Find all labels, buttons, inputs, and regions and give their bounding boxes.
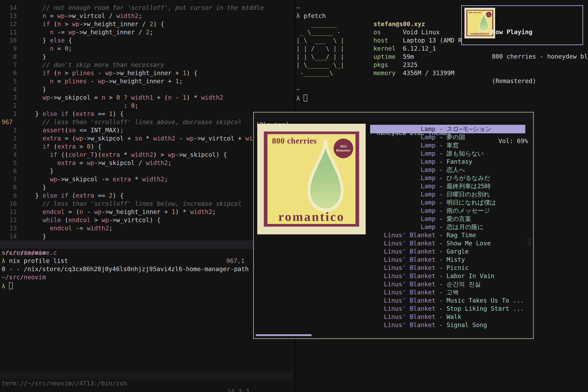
playlist-artist: Linus' Blanket — [384, 264, 436, 272]
playlist-item[interactable]: Linus' Blanket - Show Me Love — [254, 239, 533, 248]
code-line[interactable]: 8 } — [0, 53, 294, 61]
line-number: 12 — [0, 20, 17, 28]
code-line[interactable]: 7 // don't skip more than necessary — [0, 61, 294, 69]
line-number: 14 — [0, 4, 17, 12]
pfetch-void-logo: _______ _ \______ -| \ ___ \ || | / \ | … — [296, 20, 344, 77]
pfetch-value: 59m — [403, 53, 414, 60]
code-line[interactable]: 14 // not enough room for 'scrolloff', p… — [0, 4, 294, 12]
embedded-terminal[interactable]: ~/src/neovim λ nix profile list 0 - - /n… — [0, 249, 294, 290]
playlist-item[interactable]: Lamp - 明日になれば僕は — [254, 198, 533, 206]
line-number: 13 — [0, 12, 17, 20]
music-player-window[interactable]: [Playing] herries - honeydew blue (Remas… — [253, 112, 534, 339]
code-line[interactable]: 1 } else if (extra == 1) { — [0, 110, 294, 118]
playlist-item[interactable]: Linus' Blanket - 고백 — [254, 288, 533, 296]
line-number: 8 — [0, 183, 17, 192]
playlist-scrollbar-thumb[interactable] — [528, 238, 531, 246]
code-line[interactable]: 1 assert(so <= INT_MAX); — [0, 126, 294, 134]
playlist-artist: Lamp — [421, 215, 436, 223]
pfetch-label: kernel — [374, 44, 403, 53]
code-line[interactable]: 14 } — [0, 232, 294, 240]
playlist-item[interactable]: Lamp - 恋は月の蔭に — [254, 223, 533, 231]
playlist-item[interactable]: Linus' Blanket - Stop Liking Start ... — [254, 304, 533, 313]
code-line[interactable]: 9 n = 0; — [0, 44, 294, 53]
playlist-artist: Lamp — [421, 223, 436, 231]
code-line[interactable]: 3 if (extra > 0) { — [0, 142, 294, 151]
code-area[interactable]: 14 // not enough room for 'scrolloff', p… — [0, 4, 294, 240]
playlist-separator: - — [436, 174, 446, 182]
code-line[interactable]: 5 extra = wp->w_skipcol / width2; — [0, 159, 294, 167]
pfetch-logo-line: _ \______ - — [296, 28, 344, 36]
playlist-item[interactable]: Linus' Blanket - Labor In Vain — [254, 272, 533, 280]
shell-prompt-line: λ — [296, 94, 307, 102]
playlist-item[interactable]: Linus' Blanket - Picnic — [254, 264, 533, 272]
playlist-item[interactable]: Linus' Blanket - Walk — [254, 313, 533, 321]
playlist-item[interactable]: Linus' Blanket - Gargle — [254, 248, 533, 256]
playlist-separator: - — [436, 133, 446, 141]
code-line[interactable]: 967 // less than 'scrolloff' lines above… — [0, 118, 294, 126]
song-progress-bar[interactable] — [256, 334, 312, 336]
playlist-item[interactable]: Lamp - 車窓 — [254, 141, 533, 150]
playlist-item[interactable]: Lamp - 雨のメッセージ — [254, 206, 533, 215]
code-line[interactable]: 2 extra = (wp->w_skipcol + so * width2 -… — [0, 134, 294, 142]
playlist-song-title: 日曜日のお別れ — [446, 190, 490, 198]
playlist-item[interactable]: Lamp - 恋人へ — [254, 166, 533, 174]
playlist-separator: - — [436, 215, 446, 223]
code-line[interactable]: 10 } else { — [0, 36, 294, 44]
playlist-artist: Lamp — [421, 125, 436, 133]
playlist-artist: Lamp — [421, 206, 436, 215]
code-line[interactable]: 8 } — [0, 183, 294, 192]
playlist-song-title: 夢の国 — [446, 133, 465, 141]
playlist-item[interactable]: Linus' Blanket - 순간의 진실 — [254, 280, 533, 288]
code-line[interactable]: 9 } else if (extra == 2) { — [0, 192, 294, 200]
playlist-artist: Linus' Blanket — [384, 280, 436, 288]
playlist-item[interactable]: Lamp - Fantasy — [254, 158, 533, 166]
terminal-buffer-name: term://~/src/neovim//4713:/bin/zsh — [2, 379, 127, 388]
playlist-item[interactable]: Linus' Blanket - Music Takes Us To ... — [254, 296, 533, 304]
pfetch-value: 4356M / 31399M — [403, 70, 454, 76]
playlist-item[interactable]: Lamp - ひろがるなみだ — [254, 174, 533, 182]
pfetch-value: Void Linux — [403, 28, 440, 36]
code-line[interactable]: 11 endcol = (n - wp->w_height_inner + 1)… — [0, 208, 294, 216]
code-line[interactable]: 2 : 0; — [0, 102, 294, 110]
line-number: 10 — [0, 36, 17, 44]
playlist-separator: - — [436, 231, 446, 239]
playlist-item[interactable]: Linus' Blanket - Misty — [254, 256, 533, 264]
code-line[interactable]: 4 } — [0, 85, 294, 94]
playlist-artist: Lamp — [421, 166, 436, 174]
code-line[interactable]: 12 if (n > wp->w_height_inner / 2) { — [0, 20, 294, 28]
playlist-separator: - — [436, 288, 446, 296]
playlist-item[interactable]: Lamp - 最終列車は25時 — [254, 182, 533, 190]
playlist[interactable]: Lamp - スロ~モ~ションLamp - 夢の国Lamp - 車窓Lamp -… — [254, 125, 533, 329]
playlist-item[interactable]: Lamp - 誰も知らない — [254, 150, 533, 158]
playlist-item[interactable]: Lamp - 愛の言葉 — [254, 215, 533, 223]
playlist-song-title: スロ~モ~ション — [446, 125, 492, 133]
playlist-item[interactable]: Linus' Blanket - Signal Song — [254, 321, 533, 329]
code-line[interactable]: 6 } — [0, 167, 294, 175]
album-cover: 800 cherries 2022Remaster romantico — [464, 8, 495, 38]
code-line[interactable]: 13 n = wp->w_virtcol / width2; — [0, 12, 294, 20]
code-line[interactable]: 7 wp->w_skipcol -= extra * width2; — [0, 175, 294, 183]
code-line[interactable]: 12 while (endcol > wp->w_virtcol) { — [0, 216, 294, 224]
playlist-separator: - — [436, 182, 446, 190]
notification-popup[interactable]: 800 cherries 2022Remaster romantico Now … — [461, 5, 583, 45]
code-line[interactable]: 4 if ((colnr_T)(extra * width2) > wp->w_… — [0, 151, 294, 159]
line-number: 3 — [0, 142, 17, 151]
shell-prompt-line: λ nix profile list — [0, 257, 294, 265]
line-number: 2 — [0, 102, 17, 110]
playlist-item[interactable]: Lamp - 夢の国 — [254, 133, 533, 141]
line-number: 14 — [0, 232, 17, 240]
code-line[interactable]: 3 wp->w_skipcol = n > 0 ? width1 + (n - … — [0, 94, 294, 102]
nvim-pane[interactable]: 14 // not enough room for 'scrolloff', p… — [0, 0, 294, 392]
code-line[interactable]: 13 endcol -= width2; — [0, 224, 294, 232]
notification-text: Now Playing 800 cherries - honeydew blue… — [492, 12, 588, 102]
line-number: 3 — [0, 94, 17, 102]
code-line[interactable]: 10 // less than 'scrolloff' lines below,… — [0, 200, 294, 208]
code-line[interactable]: 5 n = plines - wp->w_height_inner + 1; — [0, 77, 294, 85]
pfetch-logo-line: | | / \ | | — [296, 44, 344, 53]
playlist-item[interactable]: Linus' Blanket - Rag Time — [254, 231, 533, 239]
code-line[interactable]: 6 if (n > plines - wp->w_height_inner + … — [0, 69, 294, 77]
playlist-item[interactable]: Lamp - 日曜日のお別れ — [254, 190, 533, 198]
code-line[interactable]: 11 n -= wp->w_height_inner / 2; — [0, 28, 294, 36]
playlist-item-selected[interactable]: Lamp - スロ~モ~ション — [254, 125, 533, 133]
notification-album-thumbnail: 800 cherries 2022Remaster romantico — [464, 8, 495, 38]
